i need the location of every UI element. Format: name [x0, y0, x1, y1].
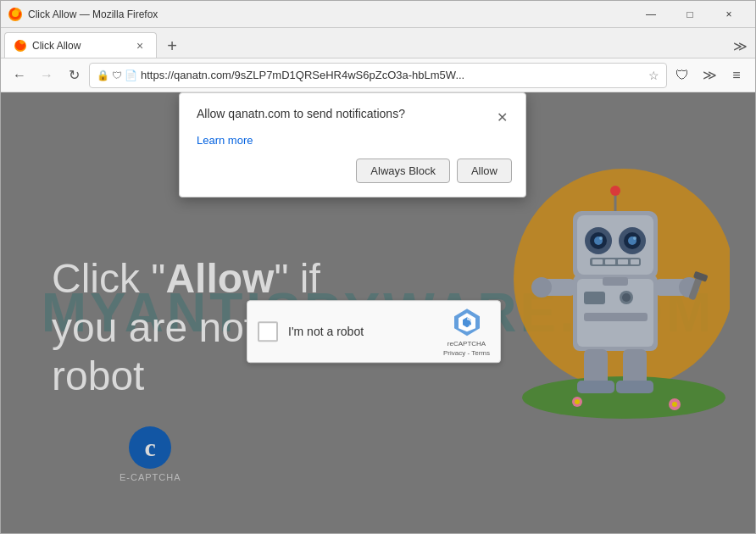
- url-text: https://qanatn.com/9sZLP7mD1QRSeHR4wS6pZ…: [141, 69, 645, 81]
- menu-button[interactable]: ≡: [725, 64, 748, 87]
- recaptcha-logo-icon: [451, 306, 483, 338]
- shield-button[interactable]: 🛡: [670, 64, 694, 87]
- browser-window: Click Allow — Mozilla Firefox — □ × Clic…: [0, 0, 756, 534]
- svg-point-1: [12, 10, 19, 17]
- active-tab[interactable]: Click Allow ×: [4, 32, 157, 58]
- maximize-button[interactable]: □: [670, 1, 709, 28]
- recaptcha-checkbox[interactable]: [258, 321, 278, 342]
- popup-buttons: Always Block Allow: [197, 159, 512, 183]
- address-bar[interactable]: 🔒 🛡 📄 https://qanatn.com/9sZLP7mD1QRSeHR…: [89, 63, 667, 88]
- close-window-button[interactable]: ×: [709, 1, 748, 28]
- popup-close-button[interactable]: ✕: [492, 107, 512, 127]
- forward-button[interactable]: →: [35, 64, 58, 87]
- tab-bar: Click Allow × + ≫: [1, 28, 755, 58]
- new-tab-button[interactable]: +: [160, 34, 184, 58]
- minimize-button[interactable]: —: [631, 1, 670, 28]
- reload-button[interactable]: ↻: [62, 64, 86, 87]
- firefox-icon: [8, 7, 23, 22]
- lock-icon: 🔒: [97, 70, 109, 81]
- popup-title: Allow qanatn.com to send notifications?: [197, 107, 405, 120]
- nav-bar: ← → ↻ 🔒 🛡 📄 https://qanatn.com/9sZLP7mD1…: [1, 58, 755, 92]
- learn-more-link[interactable]: Learn more: [197, 134, 512, 147]
- tab-menu-button[interactable]: ≫: [728, 34, 752, 58]
- tab-bar-end: ≫: [184, 34, 752, 58]
- recaptcha-label: I'm not a robot: [288, 325, 433, 338]
- window-title: Click Allow — Mozilla Firefox: [28, 8, 158, 20]
- allow-button[interactable]: Allow: [457, 159, 512, 183]
- recaptcha-privacy-text: Privacy - Terms: [443, 349, 490, 357]
- content-area: MYANTISPYWARE.COM Click "Allow" if you a…: [1, 92, 755, 533]
- back-button[interactable]: ←: [8, 64, 31, 87]
- always-block-button[interactable]: Always Block: [356, 159, 450, 183]
- recaptcha-widget[interactable]: I'm not a robot reCAPTCHA Privacy - Term…: [247, 300, 501, 363]
- notification-popup: Allow qanatn.com to send notifications? …: [179, 92, 526, 197]
- address-bar-icons: 🔒 🛡 📄: [97, 70, 137, 81]
- recaptcha-logo-area: reCAPTCHA Privacy - Terms: [443, 306, 490, 357]
- popup-header: Allow qanatn.com to send notifications? …: [197, 107, 512, 127]
- reader-icon: 📄: [125, 70, 137, 81]
- recaptcha-logo-text: reCAPTCHA: [447, 340, 486, 348]
- tab-title: Click Allow: [32, 40, 127, 52]
- nav-right-buttons: 🛡 ≫ ≡: [670, 64, 748, 87]
- tab-close-button[interactable]: ×: [132, 38, 147, 53]
- tab-favicon: [14, 39, 27, 53]
- shield-icon: 🛡: [112, 70, 122, 81]
- title-bar-left: Click Allow — Mozilla Firefox: [8, 7, 158, 22]
- title-bar: Click Allow — Mozilla Firefox — □ ×: [1, 1, 755, 28]
- title-bar-controls: — □ ×: [631, 1, 748, 28]
- extensions-button[interactable]: ≫: [698, 64, 721, 87]
- bookmark-icon[interactable]: ☆: [648, 69, 659, 82]
